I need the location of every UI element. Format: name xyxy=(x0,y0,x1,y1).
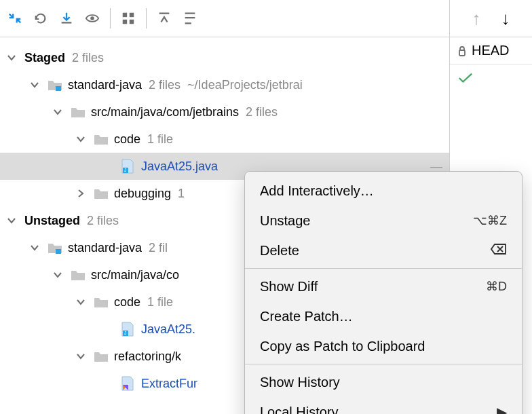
folder-icon xyxy=(71,106,86,118)
toolbar-divider xyxy=(146,8,147,29)
svg-text:J: J xyxy=(124,168,127,172)
folder-icon xyxy=(94,296,109,308)
project-count: 2 fil xyxy=(149,241,168,255)
folder-count: 2 files xyxy=(246,105,278,119)
menu-unstage[interactable]: Unstage⌥⌘Z xyxy=(245,206,522,236)
tree-folder[interactable]: code 1 file xyxy=(0,126,449,153)
chevron-down-icon xyxy=(30,243,42,252)
collapse-icon[interactable] xyxy=(7,10,23,26)
java-file-icon: J xyxy=(121,322,136,337)
context-menu: Add Interactively… Unstage⌥⌘Z Delete Sho… xyxy=(244,171,522,414)
folder-name: code xyxy=(114,132,140,147)
toolbar-divider xyxy=(110,8,111,29)
menu-separator xyxy=(245,364,522,364)
folder-icon xyxy=(94,187,109,200)
section-count: 2 files xyxy=(72,51,104,65)
tree-project[interactable]: standard-java 2 files ~/IdeaProjects/jet… xyxy=(0,71,449,98)
folder-count: 1 file xyxy=(147,132,173,147)
kotlin-file-icon xyxy=(121,376,136,391)
project-name: standard-java xyxy=(68,78,142,92)
menu-separator xyxy=(245,268,522,269)
eye-icon[interactable] xyxy=(84,10,100,26)
file-name: JavaAt25. xyxy=(141,322,195,337)
svg-rect-3 xyxy=(123,20,127,24)
java-file-icon: J xyxy=(121,159,136,174)
menu-local-history[interactable]: Local History▶ xyxy=(245,397,522,414)
folder-icon xyxy=(94,350,109,362)
folder-name: debugging xyxy=(114,187,171,201)
menu-create-patch[interactable]: Create Patch… xyxy=(245,301,522,331)
collapse-all-icon[interactable] xyxy=(182,10,198,26)
module-icon xyxy=(48,242,62,254)
chevron-down-icon xyxy=(53,107,65,117)
section-label: Unstaged xyxy=(24,214,80,228)
folder-name: code xyxy=(114,295,140,309)
expand-all-icon[interactable] xyxy=(156,10,172,26)
svg-rect-1 xyxy=(123,13,127,17)
chevron-down-icon xyxy=(76,134,88,144)
svg-rect-5 xyxy=(459,50,465,56)
chevron-right-icon xyxy=(76,189,88,198)
menu-delete[interactable]: Delete xyxy=(245,236,522,265)
section-count: 2 files xyxy=(87,214,119,228)
file-name: JavaAt25.java xyxy=(141,159,218,174)
folder-count: 1 file xyxy=(147,295,173,309)
section-staged[interactable]: Staged 2 files xyxy=(0,44,449,71)
folder-name: refactoring/k xyxy=(114,350,181,364)
submenu-arrow-icon: ▶ xyxy=(497,404,507,414)
head-label: HEAD xyxy=(472,43,510,58)
tree-folder[interactable]: src/main/java/com/jetbrains 2 files xyxy=(0,98,449,126)
shortcut-label: ⌥⌘Z xyxy=(473,213,507,228)
arrow-down-icon[interactable]: ↓ xyxy=(501,8,510,29)
svg-point-0 xyxy=(90,16,94,20)
project-count: 2 files xyxy=(149,78,180,92)
group-icon[interactable] xyxy=(120,10,136,26)
folder-count: 1 xyxy=(178,187,185,201)
download-icon[interactable] xyxy=(58,10,75,26)
svg-rect-4 xyxy=(130,20,134,24)
chevron-down-icon xyxy=(7,53,19,62)
chevron-down-icon xyxy=(7,216,19,225)
chevron-down-icon xyxy=(76,352,88,361)
svg-rect-2 xyxy=(130,13,134,17)
folder-name: src/main/java/co xyxy=(91,268,179,282)
file-name: ExtractFur xyxy=(141,377,197,391)
menu-copy-patch[interactable]: Copy as Patch to Clipboard xyxy=(245,331,522,361)
refresh-icon[interactable] xyxy=(33,10,49,26)
chevron-down-icon xyxy=(53,270,65,280)
menu-show-history[interactable]: Show History xyxy=(245,367,522,397)
menu-show-diff[interactable]: Show Diff⌘D xyxy=(245,271,522,301)
project-path: ~/IdeaProjects/jetbrai xyxy=(187,78,303,92)
project-name: standard-java xyxy=(68,241,142,255)
svg-rect-6 xyxy=(56,86,61,91)
svg-text:J: J xyxy=(124,331,127,335)
folder-icon xyxy=(94,133,109,145)
folder-name: src/main/java/com/jetbrains xyxy=(91,105,239,119)
delete-key-icon xyxy=(491,243,507,259)
folder-icon xyxy=(71,269,86,281)
section-label: Staged xyxy=(24,51,65,65)
checkmark-icon xyxy=(458,72,473,84)
svg-rect-9 xyxy=(56,249,61,254)
chevron-down-icon xyxy=(76,297,88,307)
shortcut-label: ⌘D xyxy=(486,279,507,294)
head-badge[interactable]: HEAD xyxy=(450,37,532,64)
arrow-up-icon[interactable]: ↑ xyxy=(472,8,481,29)
menu-add-interactively[interactable]: Add Interactively… xyxy=(245,176,522,206)
module-icon xyxy=(48,79,62,91)
chevron-down-icon xyxy=(30,80,42,90)
